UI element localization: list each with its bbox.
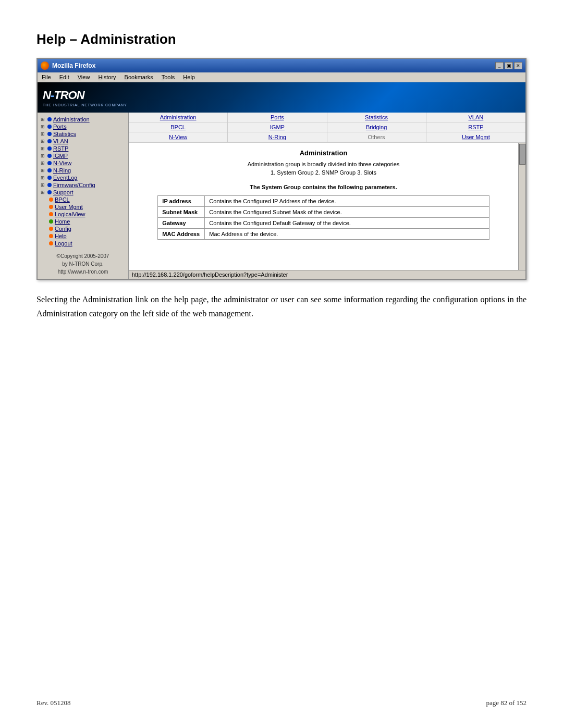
menu-file[interactable]: File <box>41 73 52 81</box>
scroll-thumb[interactable] <box>519 144 525 165</box>
nav-link-statistics[interactable]: Statistics <box>365 114 388 120</box>
sidebar-item-support[interactable]: ⊞ Support <box>40 189 126 196</box>
nav-cell-statistics: Statistics <box>327 113 426 122</box>
sidebar-item-logicalview[interactable]: LogicalView <box>40 211 126 218</box>
table-row: Subnet Mask Contains the Configured Subn… <box>158 207 489 218</box>
sidebar-item-eventlog[interactable]: ⊞ EventLog <box>40 174 126 181</box>
sidebar-link-administration[interactable]: Administration <box>53 116 90 122</box>
sidebar-link-vlan[interactable]: VLAN <box>53 138 68 144</box>
sidebar-link-usermgmt[interactable]: User Mgmt <box>55 204 83 210</box>
browser-window: Mozilla Firefox _ ▣ ✕ File Edit View His… <box>36 58 527 280</box>
nav-link-nring[interactable]: N-Ring <box>268 134 286 140</box>
sidebar-item-help[interactable]: Help <box>40 232 126 240</box>
bullet-home <box>49 219 53 224</box>
sidebar-item-vlan[interactable]: ⊞ VLAN <box>40 138 126 145</box>
bullet-bpcl <box>49 198 53 202</box>
sidebar-item-usermgmt[interactable]: User Mgmt <box>40 203 126 211</box>
menu-bookmarks[interactable]: Bookmarks <box>124 73 154 81</box>
nav-cell-nview: N-View <box>129 132 228 142</box>
sidebar: ⊞ Administration ⊞ Ports ⊞ Statistics ⊞ <box>38 113 129 279</box>
sidebar-link-logicalview[interactable]: LogicalView <box>55 211 85 217</box>
menu-tools[interactable]: Tools <box>161 73 176 81</box>
nav-link-ports[interactable]: Ports <box>271 114 284 120</box>
content-area: Administration Ports Statistics VLAN <box>129 113 525 279</box>
sidebar-item-igmp[interactable]: ⊞ IGMP <box>40 152 126 159</box>
nav-link-administration[interactable]: Administration <box>160 114 197 120</box>
table-cell-label-ip: IP address <box>158 196 205 207</box>
sidebar-link-rstp[interactable]: RSTP <box>53 145 68 152</box>
expand-icon-firmware: ⊞ <box>41 182 46 188</box>
expand-icon-support: ⊞ <box>41 190 46 195</box>
help-categories: 1. System Group 2. SNMP Group 3. Slots <box>139 169 508 176</box>
sidebar-link-logout[interactable]: Logout <box>55 240 72 246</box>
sidebar-link-bpcl[interactable]: BPCL <box>55 196 70 203</box>
nav-link-rstp[interactable]: RSTP <box>468 124 483 130</box>
nav-link-nview[interactable]: N-View <box>169 134 187 140</box>
sidebar-item-administration[interactable]: ⊞ Administration <box>40 116 126 123</box>
sidebar-link-config[interactable]: Config <box>55 226 71 232</box>
expand-icon-ports: ⊞ <box>41 124 46 129</box>
bullet-vlan <box>47 139 52 143</box>
bullet-ports <box>47 125 52 129</box>
expand-icon-igmp: ⊞ <box>41 153 46 158</box>
menu-history[interactable]: History <box>97 73 117 81</box>
nav-cell-usermgmt: User Mgmt <box>426 132 525 142</box>
nav-row-3: N-View N-Ring Others User Mgmt <box>129 132 525 142</box>
expand-icon-nview: ⊞ <box>41 161 46 166</box>
nav-link-bridging[interactable]: Bridging <box>366 124 387 130</box>
browser-menubar: File Edit View History Bookmarks Tools H… <box>38 72 525 82</box>
sidebar-link-home[interactable]: Home <box>55 218 70 225</box>
bullet-usermgmt <box>49 205 53 209</box>
sidebar-item-statistics[interactable]: ⊞ Statistics <box>40 130 126 138</box>
sidebar-item-nview[interactable]: ⊞ N-View <box>40 159 126 167</box>
nav-link-igmp[interactable]: IGMP <box>270 124 285 130</box>
browser-title-text: Mozilla Firefox <box>52 62 95 69</box>
menu-view[interactable]: View <box>77 73 91 81</box>
sidebar-link-statistics[interactable]: Statistics <box>53 131 76 137</box>
nav-cell-ports: Ports <box>228 113 327 122</box>
table-row: Gateway Contains the Configured Default … <box>158 218 489 229</box>
scrollbar[interactable] <box>518 143 525 270</box>
nav-row-2: BPCL IGMP Bridging RSTP <box>129 122 525 132</box>
sidebar-item-rstp[interactable]: ⊞ RSTP <box>40 145 126 152</box>
sidebar-item-logout[interactable]: Logout <box>40 240 126 247</box>
menu-edit[interactable]: Edit <box>58 73 70 81</box>
expand-icon: ⊞ <box>41 117 46 122</box>
expand-icon-vlan: ⊞ <box>41 139 46 144</box>
sidebar-link-igmp[interactable]: IGMP <box>53 153 68 159</box>
sidebar-item-nring[interactable]: ⊞ N-Ring <box>40 167 126 174</box>
help-intro: Administration group is broadly divided … <box>139 161 508 167</box>
sidebar-item-bpcl[interactable]: BPCL <box>40 196 126 203</box>
sidebar-link-support[interactable]: Support <box>53 189 74 195</box>
bullet-help <box>49 234 53 238</box>
nav-link-usermgmt[interactable]: User Mgmt <box>462 134 490 140</box>
sidebar-link-nview[interactable]: N-View <box>53 160 71 166</box>
sidebar-link-eventlog[interactable]: EventLog <box>53 175 77 181</box>
menu-help[interactable]: Help <box>182 73 196 81</box>
nav-link-bpcl[interactable]: BPCL <box>170 124 186 130</box>
browser-body: ⊞ Administration ⊞ Ports ⊞ Statistics ⊞ <box>38 113 525 279</box>
minimize-button[interactable]: _ <box>495 62 504 69</box>
sidebar-item-home[interactable]: Home <box>40 218 126 225</box>
sidebar-item-ports[interactable]: ⊞ Ports <box>40 123 126 130</box>
table-cell-desc-gateway: Contains the Configured Default Gateway … <box>205 218 489 229</box>
bullet-config <box>49 227 53 231</box>
table-cell-desc-subnet: Contains the Configured Subnet Mask of t… <box>205 207 489 218</box>
sidebar-item-firmware[interactable]: ⊞ Firmware/Config <box>40 181 126 189</box>
description-text: Selecting the Administration link on the… <box>36 292 527 320</box>
footer-page: page 82 of 152 <box>486 699 527 707</box>
sidebar-item-config[interactable]: Config <box>40 225 126 232</box>
sidebar-link-ports[interactable]: Ports <box>53 124 67 130</box>
nav-row-1: Administration Ports Statistics VLAN <box>129 113 525 122</box>
copyright-text: ©Copyright 2005-2007by N-TRON Corp.http:… <box>57 253 109 275</box>
sidebar-link-firmware[interactable]: Firmware/Config <box>53 182 95 188</box>
help-subtitle: The System Group contains the following … <box>139 184 508 190</box>
content-wrapper: Administration Administration group is b… <box>129 143 525 270</box>
nav-link-vlan[interactable]: VLAN <box>469 114 484 120</box>
sidebar-link-help[interactable]: Help <box>55 233 67 239</box>
nav-cell-nring: N-Ring <box>228 132 327 142</box>
sidebar-link-nring[interactable]: N-Ring <box>53 167 71 174</box>
table-cell-desc-ip: Contains the Configured IP Address of th… <box>205 196 489 207</box>
restore-button[interactable]: ▣ <box>505 62 513 69</box>
close-button[interactable]: ✕ <box>514 62 522 69</box>
